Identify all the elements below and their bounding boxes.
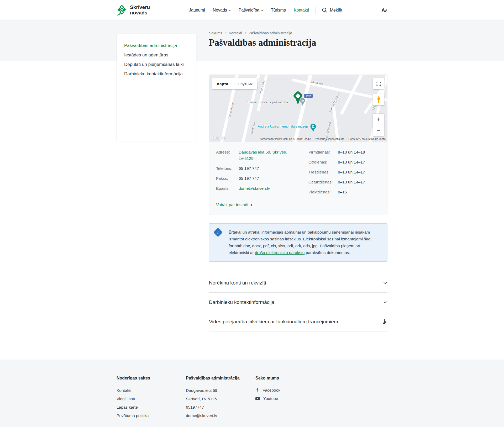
site-logo[interactable]: Skrīveru novads (117, 5, 150, 16)
zoom-out-button[interactable]: − (373, 125, 384, 136)
attribution-data: Картографические данные © 2019 Google (260, 138, 311, 140)
address-link[interactable]: Daugavas iela 59, Skrīveri, LV-5125 (239, 149, 291, 162)
more-about-institution-link[interactable]: Vairāk par iestādi (209, 199, 387, 215)
street-label-kalna: Kalna iela (250, 121, 256, 134)
phone-label: Telefons: (216, 165, 239, 172)
fax-label: Fakss: (216, 175, 239, 182)
sidebar-item-deputati[interactable]: Deputāti un pieņemšanas laiki (124, 62, 189, 67)
accordion-list: Norēķinu konti un rekvizīti Darbinieku k… (209, 273, 387, 331)
breadcrumb: Sākums Kontakti Pašvaldības administrāci… (209, 31, 387, 35)
wheelchair-icon (382, 319, 387, 325)
chevron-down-icon (228, 8, 231, 11)
hours-day: Pirmdienās: (308, 149, 338, 155)
main-content: Reinholda iela Kalna iela Kalna iela Dār… (209, 61, 387, 331)
search-label: Meklēt (330, 8, 342, 13)
pegman-icon (377, 96, 381, 103)
search-icon (322, 7, 327, 13)
page-title: Pašvaldības administrācija (209, 38, 387, 48)
map-poi-label-pasvaldiba: Skrīveru novada pašvaldība (247, 100, 288, 105)
footer-admin-column: Pašvaldības administrācija Daugavas iela… (186, 376, 255, 421)
hours-day: Piektdienās: (308, 189, 338, 195)
hours-time: 8–13 un 14–17 (338, 169, 365, 175)
footer-link-kontakti[interactable]: Kontakti (117, 388, 186, 393)
address-label: Adrese: (216, 149, 239, 162)
nav-item-jaunumi[interactable]: Jaunumi (189, 8, 205, 13)
facebook-icon: f (255, 388, 259, 393)
map-attribution: Картографические данные © 2019 Google Ус… (260, 138, 386, 140)
footer-link-lapas-karte[interactable]: Lapas karte (117, 405, 186, 410)
logo-text: Skrīveru novads (130, 5, 150, 15)
footer-phone: 65197747 (186, 405, 255, 410)
clover-logo-icon (117, 5, 127, 16)
map-road (332, 105, 340, 142)
site-footer: Noderīgas saites Kontakti Viegli lasīt L… (0, 360, 504, 427)
footer-links-column: Noderīgas saites Kontakti Viegli lasīt L… (117, 376, 186, 421)
contact-info: Adrese: Daugavas iela 59, Skrīveri, LV-5… (209, 142, 387, 199)
chevron-down-icon (384, 300, 387, 304)
street-view-pegman-button[interactable] (373, 94, 384, 105)
attribution-report-link[interactable]: Сообщить об ошибке на карте (348, 138, 386, 140)
institution-card: Reinholda iela Kalna iela Kalna iela Dār… (209, 75, 387, 215)
chevron-right-icon (250, 204, 252, 206)
social-link-facebook[interactable]: f Facebook (255, 388, 387, 393)
info-icon: i (213, 228, 223, 237)
hours-time: 8–13 un 14–18 (338, 149, 365, 155)
sidebar-item-darbinieku-kontaktinformacija[interactable]: Darbinieku kontaktinformācija (124, 72, 189, 76)
footer-heading: Pašvaldības administrācija (186, 376, 255, 381)
social-link-youtube[interactable]: Youtube (255, 396, 387, 401)
nav-item-novads[interactable]: Novads (213, 8, 231, 13)
breadcrumb-sakums[interactable]: Sākums (209, 31, 222, 35)
accordion-darbinieku-kontaktinformacija[interactable]: Darbinieku kontaktinformācija (209, 293, 387, 312)
footer-heading: Noderīgas saites (117, 376, 186, 381)
route-badge-p32: P32 (304, 94, 313, 98)
page-hero: Sākums Kontakti Pašvaldības administrāci… (0, 20, 504, 61)
working-hours: Pirmdienās:8–13 un 14–18 Otrdienās:8–13 … (308, 149, 365, 199)
chevron-right-icon (244, 32, 246, 34)
museum-pin-icon (310, 124, 316, 132)
font-size-toggle[interactable]: AA (381, 7, 387, 13)
map-zoom-control: + − (373, 114, 384, 136)
fullscreen-button[interactable] (373, 78, 384, 89)
hours-day: Trešdienās: (308, 169, 338, 175)
google-map[interactable]: Reinholda iela Kalna iela Kalna iela Dār… (209, 75, 387, 142)
footer-link-privatuma-politika[interactable]: Privātuma politika (117, 413, 186, 418)
nav-item-kontakti[interactable]: Kontakti (294, 8, 309, 13)
nav-item-turisms[interactable]: Tūrisms (271, 8, 286, 13)
google-logo[interactable]: Google (212, 135, 226, 140)
hours-time: 8–15 (338, 189, 347, 195)
footer-address-line: Daugavas iela 59, (186, 388, 255, 393)
note-text: parakstītus dokumentus. (304, 250, 350, 255)
map-road (257, 75, 272, 111)
nav-divider (315, 7, 316, 14)
info-note: i Ērtākai un ātrākai informācijas apmaiņ… (209, 223, 387, 262)
map-button-sputnik[interactable]: Спутник (233, 78, 257, 89)
sidebar-item-pasvaldibas-administracija[interactable]: Pašvaldības administrācija (124, 43, 189, 48)
hours-day: Ceturtdienās: (308, 179, 338, 185)
e-signature-link[interactable]: drošu elektronisko parakstu (255, 250, 305, 255)
zoom-in-button[interactable]: + (373, 114, 384, 125)
search-button[interactable]: Meklēt (322, 7, 342, 13)
footer-email: dome@skriveri.lv (186, 413, 255, 418)
map-poi-label-muzejs: Andreja Upīša memoriālais muzejs (258, 124, 308, 129)
footer-heading: Seko mums (255, 376, 387, 381)
section-sidebar: Pašvaldības administrācija Iestādes un a… (117, 34, 196, 141)
site-header: Skrīveru novads Jaunumi Novads Pašvaldīb… (0, 0, 504, 20)
accordion-vides-pieejamiba[interactable]: Vides pieejamība cilvēkiem ar funkcionāl… (209, 312, 387, 331)
map-type-switcher: Карта Спутник (212, 78, 257, 89)
map-marker-icon[interactable] (293, 91, 303, 105)
attribution-terms-link[interactable]: Условия использования (315, 138, 344, 140)
accordion-norekinu-konti[interactable]: Norēķinu konti un rekvizīti (209, 273, 387, 293)
hours-time: 8–13 un 14–17 (338, 179, 365, 185)
email-label: Epasts: (216, 185, 239, 192)
nav-item-pasvaldiba[interactable]: Pašvaldība (239, 8, 263, 13)
chevron-right-icon (225, 32, 227, 34)
chevron-down-icon (384, 281, 387, 284)
fullscreen-icon (376, 81, 381, 86)
email-link[interactable]: dome@skriveri.lv (239, 185, 291, 192)
footer-link-viegli-lasit[interactable]: Viegli lasīt (117, 396, 186, 401)
youtube-icon (255, 397, 260, 400)
sidebar-item-iestades-un-agenturas[interactable]: Iestādes un aģentūras (124, 53, 189, 57)
breadcrumb-kontakti[interactable]: Kontakti (229, 31, 242, 35)
main-nav: Jaunumi Novads Pašvaldība Tūrisms Kontak… (189, 8, 309, 13)
map-button-karta[interactable]: Карта (212, 78, 233, 89)
